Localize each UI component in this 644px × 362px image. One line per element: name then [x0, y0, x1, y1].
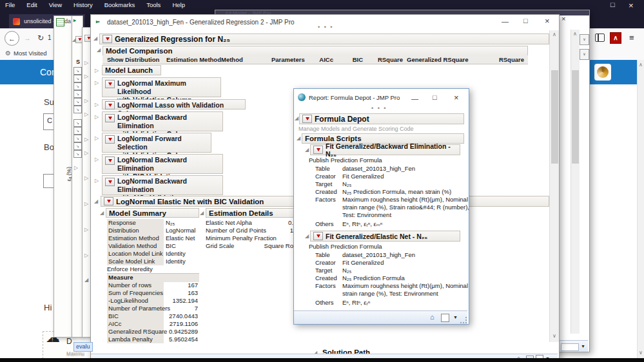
- maximize-icon[interactable]: □: [433, 93, 437, 101]
- checkbox-cell[interactable]: ↘: [73, 150, 82, 158]
- main-scrollbar[interactable]: ∧ ∨: [549, 30, 559, 342]
- checkbox-cell[interactable]: ↘: [73, 98, 82, 106]
- red-triangle-button[interactable]: [104, 197, 113, 205]
- disclosure-closed-icon[interactable]: ▷: [84, 112, 88, 117]
- close-icon[interactable]: ×: [454, 93, 459, 102]
- dropdown-arrow-icon[interactable]: ▼: [453, 315, 458, 319]
- model-item-6[interactable]: LogNormal Backward Elimination with AICc…: [102, 175, 223, 195]
- disclosure-closed-icon[interactable]: ▷: [84, 202, 88, 207]
- jmp-app-icon[interactable]: [594, 64, 611, 81]
- checkbox-cell[interactable]: ↘: [73, 106, 82, 113]
- red-triangle-button[interactable]: [313, 146, 323, 154]
- window-grip-icon[interactable]: • • •: [371, 105, 387, 111]
- menu-view[interactable]: View: [48, 1, 63, 9]
- menu-history[interactable]: History: [72, 1, 94, 9]
- disclosure-closed-icon[interactable]: ▷: [74, 166, 78, 171]
- disclosure-closed-icon[interactable]: ▷: [84, 151, 88, 156]
- red-triangle-button[interactable]: [102, 35, 112, 43]
- disclosure-closed-icon[interactable]: ▷: [95, 136, 99, 141]
- disclosure-closed-icon[interactable]: ▷: [84, 61, 88, 66]
- fit-model-close-icon[interactable]: ×: [561, 15, 565, 23]
- checkbox-cell[interactable]: ↘: [73, 135, 82, 142]
- reload-icon[interactable]: ↻: [37, 33, 44, 43]
- sidebar-icon[interactable]: [595, 33, 605, 42]
- home-icon[interactable]: ⌂: [430, 314, 434, 321]
- script-1-header[interactable]: Fit Generalized/Backward Elimination - N…: [310, 144, 460, 155]
- minimize-icon[interactable]: —: [411, 95, 418, 102]
- menu-edit[interactable]: Edit: [25, 1, 38, 9]
- hamburger-menu-icon[interactable]: ≡: [629, 33, 634, 43]
- disclosure-open-icon[interactable]: ◢: [305, 234, 309, 239]
- checkbox-cell[interactable]: ↘: [73, 119, 82, 127]
- browser-restore-icon[interactable]: □: [610, 1, 615, 8]
- scroll-down-icon[interactable]: ∨: [552, 333, 556, 339]
- disclosure-closed-icon[interactable]: ▷: [84, 253, 88, 258]
- disclosure-open-icon[interactable]: ◢: [100, 211, 104, 216]
- red-triangle-button[interactable]: [105, 178, 115, 186]
- model-summary-header[interactable]: Model Summary: [106, 208, 199, 218]
- minimize-icon[interactable]: —: [502, 17, 509, 25]
- checkbox-cell[interactable]: ↘: [73, 82, 82, 90]
- disclosure-open-icon[interactable]: ◢: [97, 48, 101, 53]
- script-2-header[interactable]: Fit Generalized/Elastic Net - N₂₅: [310, 231, 460, 242]
- disclosure-closed-icon[interactable]: ▷: [95, 178, 99, 184]
- disclosure-closed-icon[interactable]: ▷: [84, 74, 88, 79]
- scroll-up-icon[interactable]: ∧: [573, 31, 577, 37]
- model-launch-header[interactable]: Model Launch: [102, 65, 161, 75]
- address-text[interactable]: 1: [48, 34, 52, 41]
- checkbox-cell[interactable]: ↘: [73, 67, 82, 75]
- disclosure-closed-icon[interactable]: ▷: [95, 68, 99, 73]
- scroll-down-icon[interactable]: ∨: [639, 350, 643, 356]
- bookmark-most-visited[interactable]: ⚙ Most Visited: [5, 50, 47, 57]
- disclosure-open-icon[interactable]: ◢: [93, 36, 97, 41]
- scroll-up-icon[interactable]: ∧: [639, 62, 643, 68]
- disclosure-closed-icon[interactable]: ▷: [84, 176, 88, 181]
- browser-close-icon[interactable]: ×: [629, 1, 634, 10]
- model-item-3[interactable]: LogNormal Backward Elimination with Vali…: [102, 111, 223, 131]
- combo-box-2[interactable]: ∨: [580, 49, 589, 60]
- status-checkbox[interactable]: [441, 314, 449, 322]
- scrollbar-thumb[interactable]: [572, 70, 579, 164]
- disclosure-open-icon[interactable]: ◢: [94, 199, 98, 204]
- disclosure-closed-icon[interactable]: ▷: [84, 99, 88, 104]
- checkbox-cell[interactable]: ↘: [73, 90, 82, 98]
- menu-file[interactable]: File: [4, 1, 16, 9]
- red-triangle-button[interactable]: [105, 157, 115, 165]
- red-triangle-button[interactable]: [105, 101, 115, 110]
- checkbox-cell[interactable]: ↘: [73, 75, 82, 82]
- menu-tools[interactable]: Tools: [145, 1, 162, 9]
- checkbox-cell[interactable]: ↘: [73, 127, 82, 135]
- disclosure-open-icon[interactable]: ◢: [295, 116, 298, 121]
- combo-box-1[interactable]: ∨: [580, 34, 589, 45]
- red-triangle-button[interactable]: [105, 114, 115, 122]
- window-grip-icon[interactable]: • • •: [318, 24, 333, 30]
- close-icon[interactable]: ×: [545, 16, 550, 26]
- disclosure-closed-icon[interactable]: ▷: [95, 115, 99, 120]
- forward-icon[interactable]: →: [24, 34, 31, 42]
- back-button[interactable]: ←: [5, 31, 19, 46]
- data-table-window-edge[interactable]: da εₐ (%): [54, 15, 73, 338]
- dropdown-arrow-icon[interactable]: ▼: [581, 344, 585, 348]
- disclosure-open-icon[interactable]: ◢: [305, 148, 309, 153]
- model-item-4[interactable]: LogNormal Forward Selection with Validat…: [102, 133, 211, 153]
- estimation-details-header[interactable]: Estimation Details: [206, 208, 295, 218]
- disclosure-closed-icon[interactable]: ▷: [95, 157, 99, 162]
- red-triangle-button[interactable]: [313, 232, 323, 240]
- model-item-1[interactable]: LogNormal Maximum Likelihood with Valida…: [102, 77, 221, 97]
- menu-bookmarks[interactable]: Bookmarks: [103, 1, 137, 9]
- resize-grip-icon[interactable]: [460, 317, 467, 323]
- disclosure-closed-icon[interactable]: ▷: [95, 81, 99, 86]
- model-item-5[interactable]: LogNormal Backward Elimination with BIC …: [102, 154, 223, 174]
- page-scrollbar[interactable]: ∧ ∨: [637, 60, 644, 358]
- maximize-icon[interactable]: □: [523, 17, 528, 24]
- model-item-2[interactable]: LogNormal Lasso with Validation Column: [102, 99, 246, 110]
- red-triangle-button[interactable]: [302, 115, 312, 123]
- fit-model-scrollbar[interactable]: ∧: [571, 30, 580, 334]
- red-triangle-button[interactable]: [105, 80, 115, 88]
- disclosure-open-icon[interactable]: ◢: [297, 136, 300, 141]
- checkbox-cell[interactable]: ↘: [73, 142, 82, 150]
- model-comparison-header[interactable]: Model Comparison: [102, 46, 528, 55]
- red-triangle-button[interactable]: [105, 135, 115, 144]
- report-title-bar[interactable]: Generalized Regression for N₂₅: [99, 33, 549, 44]
- disclosure-open-icon[interactable]: ◢: [200, 211, 204, 216]
